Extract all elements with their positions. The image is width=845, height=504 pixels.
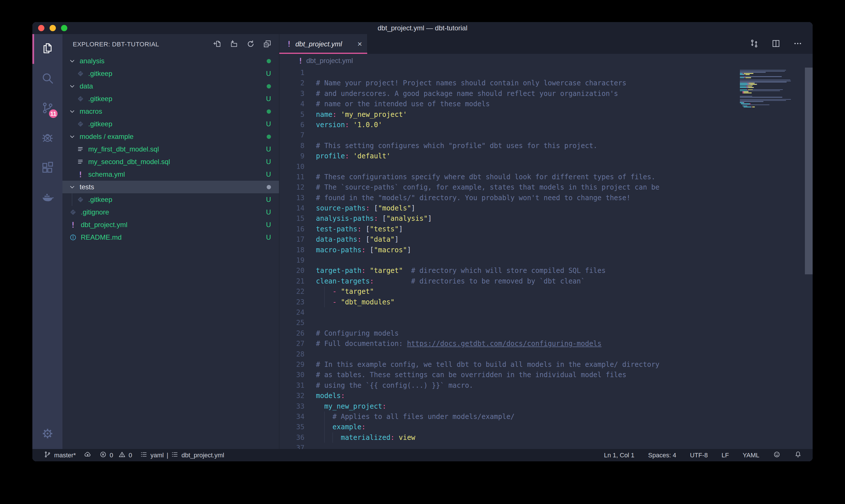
new-folder-icon[interactable] (230, 39, 238, 49)
files-icon (41, 42, 54, 56)
tree-folder-models-example[interactable]: models / example (62, 130, 279, 143)
tab-dbt-project-yml[interactable]: ! dbt_project.yml × (279, 34, 367, 54)
activity-debug-button[interactable] (32, 123, 62, 153)
line-number: 6 (279, 120, 305, 130)
line-number: 3 (279, 89, 305, 99)
tree-item-label: data (79, 82, 93, 90)
refresh-icon[interactable] (246, 39, 255, 49)
tab-label: dbt_project.yml (295, 40, 342, 48)
git-modified-dot (267, 132, 271, 141)
tree-file--gitignore[interactable]: .gitignoreU (62, 206, 279, 218)
open-changes-icon[interactable] (750, 39, 759, 49)
line-number: 13 (279, 193, 305, 203)
yaml-warning-icon: ! (76, 170, 85, 179)
activity-extensions-button[interactable] (32, 153, 62, 183)
tree-file-dbt-project-yml[interactable]: !dbt_project.ymlU (62, 218, 279, 231)
tree-item-label: models / example (79, 132, 133, 141)
activity-explorer-button[interactable] (32, 34, 62, 64)
split-editor-icon[interactable] (771, 39, 780, 49)
line-number: 27 (279, 339, 305, 349)
line-number: 33 (279, 401, 305, 412)
activity-docker-button[interactable] (32, 183, 62, 213)
code-line-33: 33 my_new_project: (279, 401, 813, 412)
more-actions-icon[interactable] (793, 39, 802, 49)
notifications-bell-icon[interactable] (794, 451, 802, 460)
git-file-icon (76, 120, 85, 128)
code-line-35: 35 example: (279, 422, 813, 432)
tree-folder-tests[interactable]: tests (62, 181, 279, 193)
cursor-position[interactable]: Ln 1, Col 1 (604, 452, 634, 459)
tree-file-my-second-dbt-model-sql[interactable]: my_second_dbt_model.sqlU (62, 156, 279, 168)
line-number: 9 (279, 151, 305, 161)
code-line-34: 34 # Applies to all files under models/e… (279, 412, 813, 422)
feedback-smiley-icon[interactable] (773, 451, 780, 460)
tab-bar: ! dbt_project.yml × (279, 34, 813, 54)
eol-setting[interactable]: LF (721, 452, 729, 459)
tree-folder-analysis[interactable]: analysis (62, 55, 279, 67)
activity-source-control-button[interactable]: 11 (32, 94, 62, 123)
activity-bar: 11 (32, 34, 62, 449)
code-line-15: 15analysis-paths: ["analysis"] (279, 213, 813, 224)
tree-file--gitkeep[interactable]: .gitkeepU (62, 193, 279, 206)
tree-file--gitkeep[interactable]: .gitkeepU (62, 92, 279, 105)
yaml-status-label: yaml (150, 452, 164, 459)
yaml-status-item[interactable]: yaml | dbt_project.yml (140, 451, 224, 460)
tree-item-label: .gitignore (81, 208, 109, 216)
code-line-24: 24 (279, 307, 813, 318)
line-number: 18 (279, 245, 305, 255)
close-tab-icon[interactable]: × (358, 39, 362, 49)
editor-scrollbar[interactable] (805, 68, 813, 274)
minimap[interactable] (740, 69, 804, 109)
code-line-29: 29# In this example config, we tell dbt … (279, 359, 813, 370)
tree-file-my-first-dbt-model-sql[interactable]: my_first_dbt_model.sqlU (62, 143, 279, 156)
line-number: 12 (279, 182, 305, 193)
tree-item-label: .gitkeep (88, 70, 112, 78)
tree-file-readme-md[interactable]: README.mdU (62, 231, 279, 244)
problems-indicator[interactable]: 0 0 (100, 451, 132, 460)
tree-file--gitkeep[interactable]: .gitkeepU (62, 118, 279, 130)
code-line-28: 28 (279, 349, 813, 359)
line-number: 31 (279, 380, 305, 391)
activity-settings-button[interactable] (32, 419, 62, 449)
new-file-icon[interactable] (213, 39, 222, 49)
outline-list-icon (171, 451, 178, 460)
git-untracked-badge: U (266, 221, 271, 229)
tree-file-schema-yml[interactable]: !schema.ymlU (62, 168, 279, 181)
code-line-26: 26# Configuring models (279, 328, 813, 339)
tree-item-label: .gitkeep (88, 196, 112, 204)
git-modified-dot (267, 183, 271, 191)
sync-button[interactable] (84, 451, 91, 460)
code-line-4: 4# name or the intended use of these mod… (279, 99, 813, 109)
breadcrumb[interactable]: ! dbt_project.yml (279, 54, 813, 68)
tree-folder-macros[interactable]: macros (62, 105, 279, 118)
code-line-6: 6version: '1.0.0' (279, 120, 813, 130)
line-number: 7 (279, 130, 305, 140)
activity-search-button[interactable] (32, 64, 62, 94)
code-line-20: 20target-path: "target" # directory whic… (279, 266, 813, 276)
indent-guide (72, 193, 72, 206)
window-title: dbt_project.yml — dbt-tutorial (32, 22, 813, 34)
status-bar: master* 0 (32, 449, 813, 461)
indentation-setting[interactable]: Spaces: 4 (648, 452, 676, 459)
collapse-all-icon[interactable] (263, 39, 272, 49)
tree-item-label: .gitkeep (88, 120, 112, 128)
code-line-16: 16test-paths: ["tests"] (279, 224, 813, 234)
sql-file-icon (76, 158, 85, 165)
code-line-9: 9profile: 'default' (279, 151, 813, 161)
code-editor[interactable]: 12# Name your project! Project names sho… (279, 68, 813, 449)
indent-guide (332, 432, 333, 443)
sql-file-icon (76, 145, 85, 153)
tree-file--gitkeep[interactable]: .gitkeepU (62, 67, 279, 80)
line-number: 29 (279, 359, 305, 370)
chevron-down-icon (69, 133, 76, 140)
breadcrumb-file: dbt_project.yml (306, 57, 353, 65)
branch-indicator[interactable]: master* (44, 451, 76, 460)
tree-folder-data[interactable]: data (62, 80, 279, 92)
line-number: 28 (279, 349, 305, 359)
language-mode[interactable]: YAML (743, 452, 759, 459)
line-number: 24 (279, 307, 305, 318)
indent-guide (324, 422, 325, 432)
code-line-14: 14source-paths: ["models"] (279, 203, 813, 213)
tree-item-label: dbt_project.yml (81, 221, 127, 229)
encoding-setting[interactable]: UTF-8 (690, 452, 708, 459)
